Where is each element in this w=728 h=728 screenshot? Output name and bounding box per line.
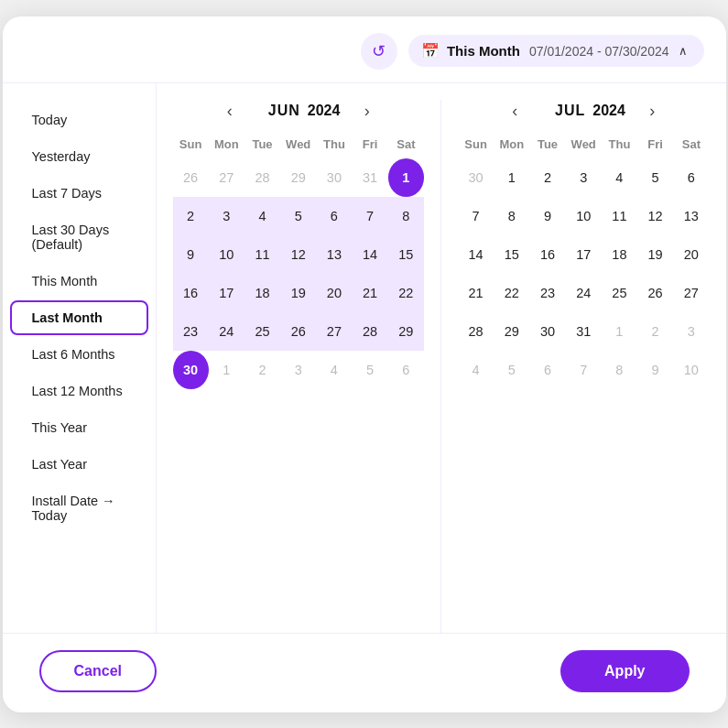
calendar-day-cell[interactable]: 3 [566, 158, 602, 197]
calendar-day-cell[interactable]: 12 [280, 235, 316, 274]
calendar-day-cell[interactable]: 4 [458, 351, 494, 389]
calendar-day-cell[interactable]: 3 [673, 312, 709, 351]
sidebar-item-lastyear[interactable]: Last Year [10, 447, 148, 482]
calendar-day-cell[interactable]: 7 [566, 351, 602, 389]
calendar-day-cell[interactable]: 28 [353, 312, 388, 351]
calendar-day-cell[interactable]: 7 [458, 197, 494, 235]
calendar-day-cell[interactable]: 27 [673, 274, 709, 312]
calendar-day-cell[interactable]: 8 [494, 197, 529, 235]
sidebar-item-installdate[interactable]: Install Date → Today [10, 484, 148, 533]
calendar-day-cell[interactable]: 12 [637, 197, 673, 235]
calendar-day-cell[interactable]: 5 [637, 158, 673, 197]
calendar-day-cell[interactable]: 16 [173, 274, 209, 312]
calendar-day-cell[interactable]: 27 [316, 312, 352, 351]
cal-left-next-button[interactable]: › [359, 100, 375, 123]
calendar-day-cell[interactable]: 4 [244, 197, 280, 235]
refresh-button[interactable]: ↺ [361, 33, 397, 70]
calendar-day-cell[interactable]: 6 [529, 351, 565, 389]
cancel-button[interactable]: Cancel [39, 650, 157, 692]
calendar-day-cell[interactable]: 10 [566, 197, 602, 235]
calendar-day-cell[interactable]: 3 [280, 351, 316, 389]
calendar-day-cell[interactable]: 1 [388, 158, 424, 197]
calendar-day-cell[interactable]: 27 [209, 158, 244, 197]
calendar-day-cell[interactable]: 4 [602, 158, 637, 197]
sidebar-item-today[interactable]: Today [10, 103, 148, 137]
calendar-day-cell[interactable]: 31 [353, 158, 388, 197]
sidebar-item-last7[interactable]: Last 7 Days [10, 176, 148, 211]
calendar-day-cell[interactable]: 24 [566, 274, 602, 312]
calendar-day-cell[interactable]: 26 [173, 158, 209, 197]
calendar-day-cell[interactable]: 26 [280, 312, 316, 351]
calendar-day-cell[interactable]: 21 [458, 274, 494, 312]
calendar-day-cell[interactable]: 2 [173, 197, 209, 235]
calendar-day-cell[interactable]: 25 [602, 274, 637, 312]
calendar-day-cell[interactable]: 1 [494, 158, 529, 197]
calendar-day-cell[interactable]: 5 [353, 351, 388, 389]
calendar-day-cell[interactable]: 6 [316, 197, 352, 235]
calendar-day-cell[interactable]: 6 [388, 351, 424, 389]
calendar-day-cell[interactable]: 30 [173, 351, 209, 389]
calendar-day-cell[interactable]: 18 [602, 235, 637, 274]
calendar-day-cell[interactable]: 5 [280, 197, 316, 235]
calendar-day-cell[interactable]: 14 [458, 235, 494, 274]
cal-left-prev-button[interactable]: ‹ [222, 100, 238, 123]
calendar-day-cell[interactable]: 4 [316, 351, 352, 389]
calendar-day-cell[interactable]: 22 [494, 274, 529, 312]
calendar-day-cell[interactable]: 23 [173, 312, 209, 351]
sidebar-item-last6months[interactable]: Last 6 Months [10, 337, 148, 372]
calendar-day-cell[interactable]: 26 [637, 274, 673, 312]
calendar-day-cell[interactable]: 11 [602, 197, 637, 235]
calendar-day-cell[interactable]: 23 [529, 274, 565, 312]
calendar-day-cell[interactable]: 20 [316, 274, 352, 312]
calendar-day-cell[interactable]: 13 [673, 197, 709, 235]
sidebar-item-last30[interactable]: Last 30 Days (Default) [10, 212, 148, 262]
calendar-day-cell[interactable]: 2 [637, 312, 673, 351]
sidebar-item-last12months[interactable]: Last 12 Months [10, 374, 148, 408]
calendar-day-cell[interactable]: 5 [494, 351, 529, 389]
cal-right-prev-button[interactable]: ‹ [506, 100, 523, 123]
calendar-day-cell[interactable]: 3 [209, 197, 244, 235]
calendar-day-cell[interactable]: 18 [244, 274, 280, 312]
calendar-day-cell[interactable]: 6 [673, 158, 709, 197]
calendar-day-cell[interactable]: 29 [494, 312, 529, 351]
calendar-day-cell[interactable]: 17 [209, 274, 244, 312]
calendar-day-cell[interactable]: 9 [637, 351, 673, 389]
calendar-day-cell[interactable]: 15 [494, 235, 529, 274]
calendar-day-cell[interactable]: 31 [566, 312, 602, 351]
calendar-day-cell[interactable]: 28 [244, 158, 280, 197]
calendar-day-cell[interactable]: 10 [209, 235, 244, 274]
calendar-day-cell[interactable]: 21 [353, 274, 388, 312]
calendar-day-cell[interactable]: 1 [209, 351, 244, 389]
apply-button[interactable]: Apply [560, 650, 689, 692]
calendar-day-cell[interactable]: 10 [673, 351, 709, 389]
calendar-day-cell[interactable]: 2 [244, 351, 280, 389]
calendar-day-cell[interactable]: 28 [458, 312, 494, 351]
sidebar-item-lastmonth[interactable]: Last Month [10, 300, 148, 335]
calendar-day-cell[interactable]: 17 [566, 235, 602, 274]
calendar-day-cell[interactable]: 8 [388, 197, 424, 235]
calendar-day-cell[interactable]: 19 [280, 274, 316, 312]
calendar-day-cell[interactable]: 11 [244, 235, 280, 274]
sidebar-item-thismonth[interactable]: This Month [10, 264, 148, 299]
calendar-day-cell[interactable]: 9 [529, 197, 565, 235]
calendar-day-cell[interactable]: 30 [316, 158, 352, 197]
calendar-day-cell[interactable]: 16 [529, 235, 565, 274]
calendar-day-cell[interactable]: 29 [280, 158, 316, 197]
calendar-day-cell[interactable]: 14 [353, 235, 388, 274]
calendar-day-cell[interactable]: 30 [458, 158, 494, 197]
calendar-day-cell[interactable]: 30 [529, 312, 565, 351]
calendar-day-cell[interactable]: 1 [602, 312, 637, 351]
calendar-day-cell[interactable]: 13 [316, 235, 352, 274]
calendar-day-cell[interactable]: 20 [673, 235, 709, 274]
sidebar-item-thisyear[interactable]: This Year [10, 410, 148, 445]
calendar-day-cell[interactable]: 19 [637, 235, 673, 274]
calendar-day-cell[interactable]: 15 [388, 235, 424, 274]
calendar-day-cell[interactable]: 29 [388, 312, 424, 351]
calendar-day-cell[interactable]: 24 [209, 312, 244, 351]
calendar-day-cell[interactable]: 22 [388, 274, 424, 312]
date-range-button[interactable]: 📅 This Month 07/01/2024 - 07/30/2024 ∧ [408, 35, 704, 67]
calendar-day-cell[interactable]: 8 [602, 351, 637, 389]
sidebar-item-yesterday[interactable]: Yesterday [10, 139, 148, 174]
calendar-day-cell[interactable]: 2 [529, 158, 565, 197]
cal-right-next-button[interactable]: › [644, 100, 660, 123]
